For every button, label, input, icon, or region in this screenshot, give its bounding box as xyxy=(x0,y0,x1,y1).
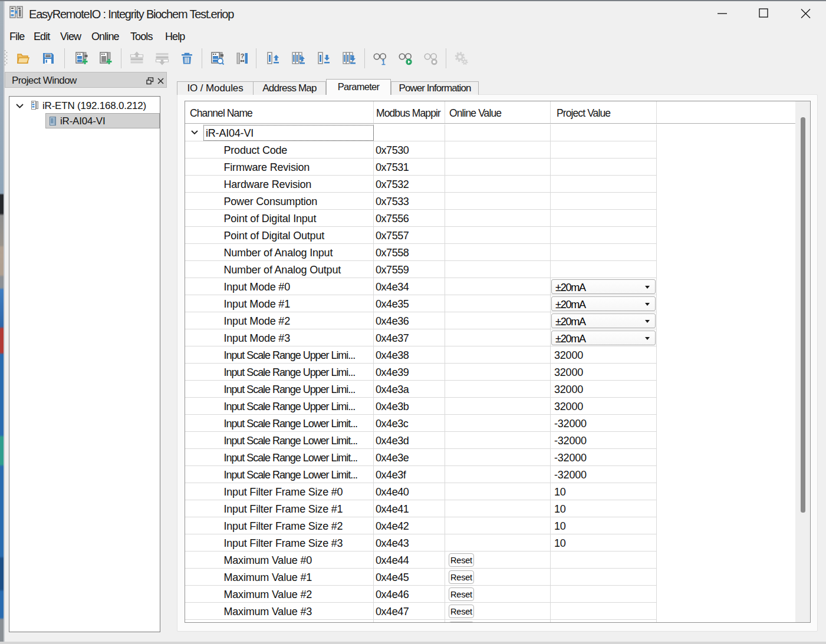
svg-text:?: ? xyxy=(241,52,245,60)
